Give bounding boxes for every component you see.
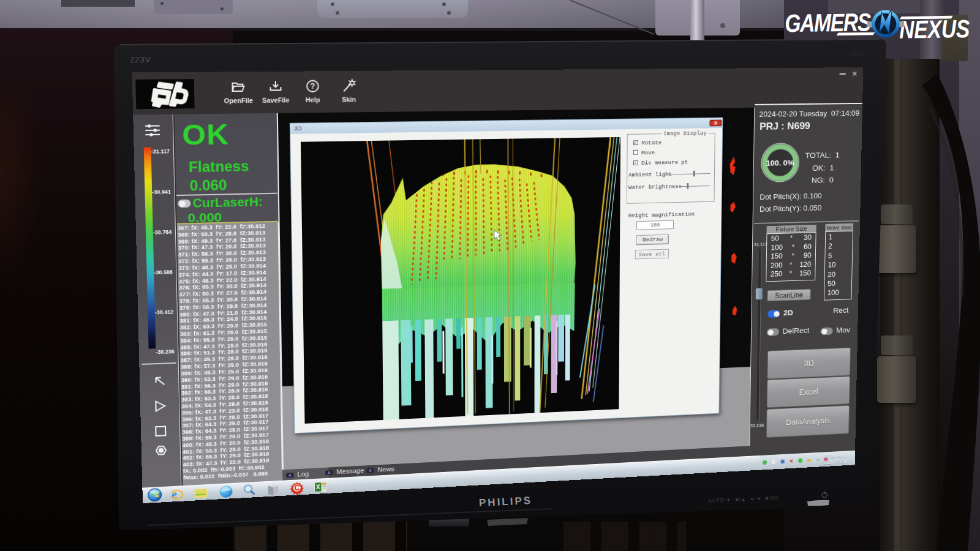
svg-text:C: C — [294, 484, 300, 492]
svg-text:?: ? — [310, 81, 315, 91]
svg-text:100. 0%: 100. 0% — [766, 158, 794, 167]
svg-text:X: X — [316, 484, 321, 490]
